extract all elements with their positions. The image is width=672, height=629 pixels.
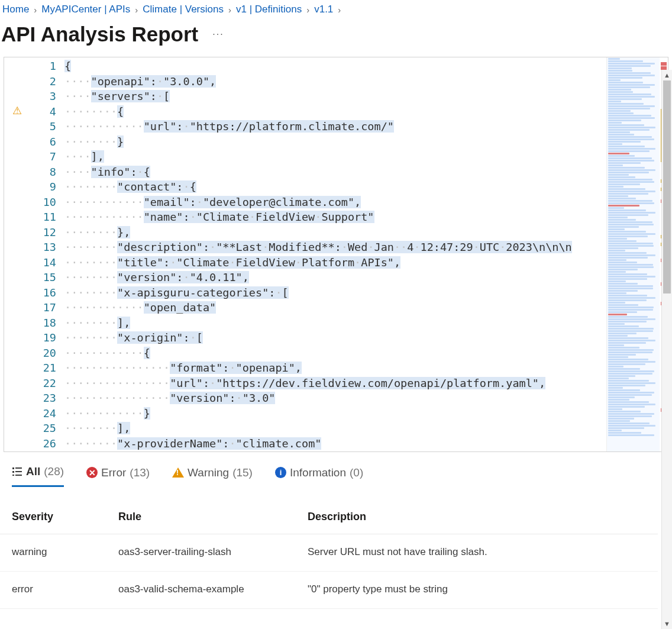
- code-line[interactable]: ········],: [64, 421, 606, 436]
- line-number: 2: [30, 74, 56, 89]
- code-line[interactable]: ········"title":·"Climate·FieldView·Plat…: [64, 255, 606, 270]
- cell-rule: oas3-valid-schema-example: [106, 572, 296, 609]
- tab-error[interactable]: Error (13): [86, 465, 150, 487]
- code-content[interactable]: {····"openapi":·"3.0.0",····"servers":·[…: [64, 57, 606, 451]
- line-number: 26: [30, 436, 56, 451]
- line-number: 8: [30, 164, 56, 180]
- table-row[interactable]: erroroas3-valid-schema-example"0" proper…: [0, 572, 658, 609]
- code-line[interactable]: ········"x-apisguru-categories":·[: [64, 285, 606, 301]
- line-number: 3: [30, 89, 56, 104]
- code-line[interactable]: ········"description":·"**Last·Modified*…: [64, 240, 606, 255]
- code-line[interactable]: ············"url":·"https://platform.cli…: [64, 119, 606, 134]
- tab-info-label: Information: [290, 466, 346, 479]
- chevron-right-icon: ›: [306, 5, 309, 15]
- code-editor[interactable]: ⚠ 12345678910111213141516171819202122232…: [4, 57, 668, 452]
- tab-info-count: (0): [350, 466, 363, 479]
- code-line[interactable]: ········"x-providerName":·"climate.com": [64, 436, 606, 451]
- minimap[interactable]: [606, 57, 660, 451]
- table-row[interactable]: warningoas3-server-trailing-slashServer …: [0, 534, 658, 572]
- breadcrumb-item-definitions[interactable]: v1 | Definitions: [236, 4, 302, 15]
- line-number: 23: [30, 391, 56, 406]
- breadcrumb-item-current[interactable]: v1.1: [314, 4, 333, 15]
- cell-description: Server URL must not have trailing slash.: [296, 534, 658, 572]
- line-number: 6: [30, 134, 56, 150]
- tab-warning-label: Warning: [188, 466, 229, 479]
- line-number: 15: [30, 270, 56, 285]
- breadcrumb-item-api-center[interactable]: MyAPICenter | APIs: [41, 4, 130, 15]
- breadcrumb: Home › MyAPICenter | APIs › Climate | Ve…: [0, 0, 672, 17]
- code-line[interactable]: ········},: [64, 225, 606, 240]
- glyph-margin: ⚠: [4, 57, 30, 451]
- code-line[interactable]: ········"contact":·{: [64, 179, 606, 195]
- chevron-right-icon: ›: [135, 5, 138, 15]
- breadcrumb-item-home[interactable]: Home: [2, 4, 29, 15]
- code-line[interactable]: ················"version":·"3.0": [64, 391, 606, 406]
- page-header: API Analysis Report ···: [0, 17, 672, 57]
- code-line[interactable]: ············}: [64, 406, 606, 421]
- code-line[interactable]: ········"x-origin":·[: [64, 330, 606, 346]
- line-number: 21: [30, 360, 56, 376]
- col-severity[interactable]: Severity: [0, 501, 106, 534]
- code-line[interactable]: ········}: [64, 134, 606, 150]
- code-line[interactable]: ····"info":·{: [64, 164, 606, 180]
- vertical-scrollbar[interactable]: ▲ ▼: [661, 70, 672, 629]
- line-number: 14: [30, 255, 56, 270]
- line-number: 5: [30, 119, 56, 134]
- tab-error-label: Error: [101, 466, 126, 479]
- scroll-down-arrow-icon[interactable]: ▼: [662, 618, 672, 629]
- scrollbar-track[interactable]: [662, 80, 672, 618]
- line-number: 11: [30, 209, 56, 225]
- warning-icon: [172, 467, 184, 478]
- tab-all[interactable]: All (28): [12, 465, 64, 487]
- more-actions-button[interactable]: ···: [212, 29, 224, 40]
- chevron-right-icon: ›: [34, 5, 37, 15]
- cell-rule: oas3-server-trailing-slash: [106, 534, 296, 572]
- line-number: 25: [30, 421, 56, 436]
- line-number: 24: [30, 406, 56, 421]
- code-line[interactable]: ············"name":·"Climate·FieldView·S…: [64, 209, 606, 225]
- warning-glyph-icon[interactable]: ⚠: [12, 104, 22, 117]
- cell-severity: error: [0, 572, 106, 609]
- code-line[interactable]: ········{: [64, 104, 606, 120]
- chevron-right-icon: ›: [228, 5, 231, 15]
- line-number: 16: [30, 285, 56, 301]
- code-line[interactable]: ················"format":·"openapi",: [64, 360, 606, 376]
- code-line[interactable]: ············"open_data": [64, 300, 606, 315]
- red-marker[interactable]: [661, 66, 667, 70]
- tab-warning[interactable]: Warning (15): [172, 465, 253, 487]
- list-icon: [12, 466, 22, 477]
- code-line[interactable]: ········],: [64, 315, 606, 331]
- line-number-gutter: 1234567891011121314151617181920212223242…: [30, 57, 64, 451]
- results-tab-bar: All (28) Error (13) Warning (15) Informa…: [0, 452, 672, 491]
- tab-error-count: (13): [130, 466, 150, 479]
- line-number: 18: [30, 315, 56, 331]
- tab-all-count: (28): [44, 465, 64, 478]
- code-line[interactable]: {: [64, 59, 606, 74]
- line-number: 19: [30, 330, 56, 346]
- col-rule[interactable]: Rule: [106, 501, 296, 534]
- code-line[interactable]: ················"url":·"https://dev.fiel…: [64, 376, 606, 391]
- code-line[interactable]: ····],: [64, 149, 606, 164]
- scroll-up-arrow-icon[interactable]: ▲: [662, 70, 672, 80]
- line-number: 13: [30, 240, 56, 255]
- tab-information[interactable]: Information (0): [275, 465, 363, 487]
- code-line[interactable]: ········"version":·"4.0.11",: [64, 270, 606, 285]
- line-number: 7: [30, 149, 56, 164]
- tab-warning-count: (15): [232, 466, 253, 479]
- code-line[interactable]: ····"servers":·[: [64, 89, 606, 104]
- cell-description: "0" property type must be string: [296, 572, 658, 609]
- red-marker[interactable]: [661, 62, 667, 66]
- code-line[interactable]: ············"email":·"developer@climate.…: [64, 195, 606, 210]
- line-number: 10: [30, 195, 56, 210]
- code-line[interactable]: ············{: [64, 346, 606, 361]
- col-description[interactable]: Description: [296, 501, 658, 534]
- breadcrumb-item-versions[interactable]: Climate | Versions: [143, 4, 224, 15]
- results-table: Severity Rule Description warningoas3-se…: [0, 501, 658, 609]
- line-number: 4: [30, 104, 56, 120]
- cell-severity: warning: [0, 534, 106, 572]
- line-number: 22: [30, 376, 56, 391]
- page-title: API Analysis Report: [1, 22, 198, 46]
- scrollbar-thumb[interactable]: [663, 80, 671, 293]
- line-number: 17: [30, 300, 56, 315]
- code-line[interactable]: ····"openapi":·"3.0.0",: [64, 74, 606, 89]
